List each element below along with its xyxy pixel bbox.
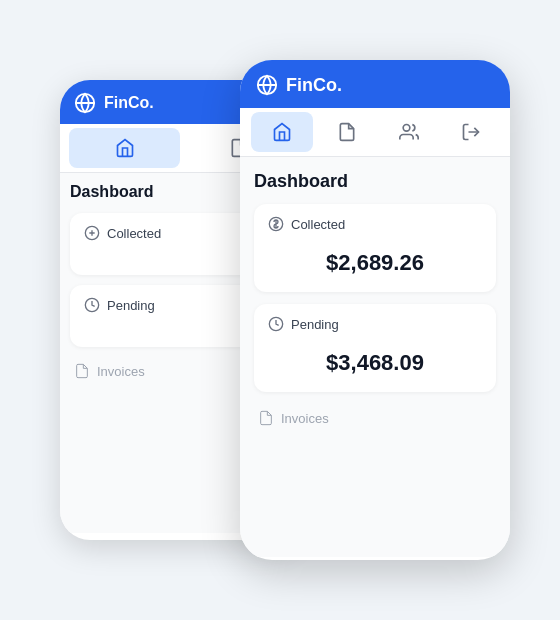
nav-tab-docs-front[interactable] xyxy=(316,108,378,156)
invoices-label-text: Invoices xyxy=(281,411,329,426)
dollar-circle-icon xyxy=(268,216,284,232)
pending-label-row: Pending xyxy=(268,316,482,332)
nav-tab-users-front[interactable] xyxy=(378,108,440,156)
logout-icon-front xyxy=(461,122,481,142)
pending-card: Pending $3,468.09 xyxy=(254,304,496,392)
home-icon-back xyxy=(115,138,135,158)
front-content: Dashboard Collected $2,689.26 Pending $3… xyxy=(240,157,510,557)
invoices-icon-back xyxy=(74,363,90,379)
users-icon-front xyxy=(399,122,419,142)
svg-point-8 xyxy=(403,125,410,132)
collected-card: Collected $2,689.26 xyxy=(254,204,496,292)
front-header: FinCo. xyxy=(240,60,510,108)
pending-label-text: Pending xyxy=(291,317,339,332)
collected-label-text: Collected xyxy=(291,217,345,232)
globe-icon-back xyxy=(74,92,96,114)
front-nav xyxy=(240,108,510,157)
nav-tab-home-front[interactable] xyxy=(251,112,313,152)
nav-tab-home-back[interactable] xyxy=(69,128,180,168)
dollar-icon-back xyxy=(84,225,100,241)
globe-icon-front xyxy=(256,74,278,96)
app-name-front: FinCo. xyxy=(286,75,342,96)
invoices-icon-front xyxy=(258,410,274,426)
invoices-row: Invoices xyxy=(254,404,496,432)
front-page-title: Dashboard xyxy=(254,171,496,192)
phone-front: FinCo. Dashboard xyxy=(240,60,510,560)
collected-value: $2,689.26 xyxy=(268,242,482,280)
clock-icon-back xyxy=(84,297,100,313)
pending-value: $3,468.09 xyxy=(268,342,482,380)
documents-icon-front xyxy=(337,122,357,142)
nav-tab-logout-front[interactable] xyxy=(440,108,502,156)
home-icon-front xyxy=(272,122,292,142)
clock-icon-front xyxy=(268,316,284,332)
app-name-back: FinCo. xyxy=(104,94,154,112)
collected-label-row: Collected xyxy=(268,216,482,232)
